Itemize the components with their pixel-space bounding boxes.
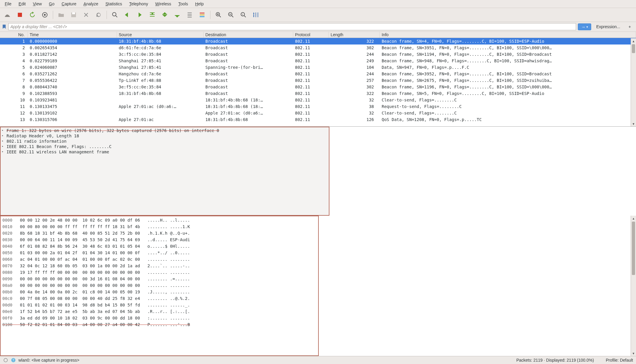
caret-right-icon[interactable]: ▸ <box>2 150 4 153</box>
packet-row[interactable]: 90.10238859318:31:bf:4b:8b:68Broadcast80… <box>0 90 636 97</box>
menu-go[interactable]: Go <box>45 1 58 7</box>
packet-row[interactable]: 70.055536422Tp-LinkT_ef:48:88Broadcast80… <box>0 77 636 84</box>
column-header-destination[interactable]: Destination <box>204 32 293 38</box>
hex-scrollbar[interactable]: ▲ ▼ <box>631 216 636 356</box>
options-icon[interactable] <box>40 10 50 20</box>
hex-row[interactable]: 0090 00 00 00 00 00 00 00 00 00 3d 16 01… <box>2 276 316 282</box>
packet-row[interactable]: 30.0118271423c:f5:cc:0e:35:84Broadcast80… <box>0 51 636 58</box>
column-header-length[interactable]: Length <box>329 32 380 38</box>
caret-right-icon[interactable]: ▸ <box>2 144 4 148</box>
hex-row[interactable]: 0000 00 00 12 00 2e 48 00 00 10 02 6c 09… <box>2 217 316 223</box>
scroll-up-icon[interactable]: ▲ <box>631 216 636 221</box>
packet-row[interactable]: 130.130315706Apple_27:01:ac18:31:bf:4b:8… <box>0 116 636 123</box>
column-header-info[interactable]: Info <box>380 32 636 38</box>
menu-telephony[interactable]: Telephony <box>126 1 152 7</box>
find-icon[interactable] <box>110 10 120 20</box>
auto-scroll-icon[interactable] <box>185 10 195 20</box>
cell-info: Clear-to-send, Flags=........C <box>380 98 636 102</box>
resize-columns-icon[interactable] <box>251 10 261 20</box>
detail-tree-item[interactable]: ▸802.11 radio information <box>1 139 329 144</box>
bookmark-filter-icon[interactable] <box>2 24 7 29</box>
packet-list-body[interactable]: 10.00000000018:31:bf:4b:8b:68Broadcast80… <box>0 38 636 123</box>
packet-row[interactable]: 60.035271262Hangzhou_cd:7a:6eBroadcast80… <box>0 71 636 77</box>
hex-row[interactable]: 0070 32 04 0c 12 18 60 0b 05 03 00 1a 00… <box>2 263 316 269</box>
cell-protocol: 802.11 <box>293 65 329 70</box>
menu-view[interactable]: View <box>29 1 45 7</box>
hex-row[interactable]: 00d0 01 01 01 02 01 00 03 14 98 d8 bd b4… <box>2 302 316 308</box>
go-back-icon[interactable] <box>122 10 132 20</box>
open-file-icon[interactable] <box>56 10 66 20</box>
restart-capture-icon[interactable] <box>27 10 37 20</box>
hex-row[interactable]: 0050 01 03 00 00 2a 01 04 2f 01 04 30 14… <box>2 249 316 256</box>
go-to-packet-icon[interactable] <box>147 10 157 20</box>
scroll-thumb[interactable] <box>632 222 635 275</box>
scroll-down-icon[interactable]: ▼ <box>631 121 636 126</box>
zoom-reset-icon[interactable]: 1 <box>238 10 248 20</box>
packet-row[interactable]: 120.130139102Apple_27:01:ac (d0:a6:…802.… <box>0 110 636 116</box>
menu-help[interactable]: Help <box>191 1 207 7</box>
add-filter-button[interactable]: + <box>625 23 634 30</box>
hex-row[interactable]: 00f0 3a ed dd 09 00 10 18 02 03 00 9c 00… <box>2 315 316 321</box>
go-first-icon[interactable] <box>160 10 170 20</box>
packet-row[interactable]: 80.0804437403e:f5:cc:0e:35:84Broadcast80… <box>0 84 636 90</box>
menu-capture[interactable]: Capture <box>58 1 80 7</box>
column-header-time[interactable]: Time <box>28 32 117 38</box>
save-file-icon[interactable] <box>69 10 79 20</box>
menu-analyze[interactable]: Analyze <box>80 1 102 7</box>
scroll-thumb[interactable] <box>632 44 635 53</box>
menu-wireless[interactable]: Wireless <box>152 1 175 7</box>
status-profile-label[interactable]: Profile: Default <box>606 358 633 363</box>
hex-offset: 0040 <box>2 244 12 249</box>
zoom-out-icon[interactable] <box>226 10 236 20</box>
hex-row[interactable]: 00b0 00 4a 0e 14 00 0a 00 2c 01 c8 00 14… <box>2 289 316 295</box>
hex-row[interactable]: 0080 19 17 ff ff ff 00 00 00 00 00 00 00… <box>2 269 316 276</box>
apply-filter-button[interactable]: → ▾ <box>578 23 591 30</box>
stop-capture-icon[interactable] <box>15 10 25 20</box>
packet-row[interactable]: 10.00000000018:31:bf:4b:8b:68Broadcast80… <box>0 38 636 44</box>
detail-tree-item[interactable]: ▸IEEE 802.11 wireless LAN management fra… <box>1 149 329 155</box>
hex-row[interactable]: 0020 8b 68 18 31 bf 4b 8b 68 40 00 85 51… <box>2 230 316 236</box>
expression-button[interactable]: Expression... <box>593 23 624 30</box>
shark-fin-icon[interactable] <box>2 10 12 20</box>
close-file-icon[interactable] <box>81 10 91 20</box>
caret-right-icon[interactable]: ▸ <box>2 128 4 132</box>
menu-tools[interactable]: Tools <box>175 1 192 7</box>
hex-row[interactable]: 0030 00 00 64 00 11 14 00 09 45 53 50 2d… <box>2 236 316 243</box>
colorize-icon[interactable] <box>197 10 207 20</box>
go-last-icon[interactable] <box>172 10 182 20</box>
packet-row[interactable]: 40.022799189Shanghai_27:85:41Broadcast80… <box>0 58 636 64</box>
packet-row[interactable]: 50.024060087Shanghai_27:85:41Spanning-tr… <box>0 64 636 71</box>
hex-row[interactable]: 00e0 1f 52 b4 b5 b7 72 ae e5 5b ab 3a ed… <box>2 308 316 315</box>
hex-row[interactable]: 0010 00 00 80 00 00 00 ff ff ff ff ff ff… <box>2 223 316 230</box>
column-header-no[interactable]: No. <box>0 32 28 38</box>
packet-row[interactable]: 20.002654354d6:61:fe:cd:7a:6eBroadcast80… <box>0 44 636 51</box>
go-forward-icon[interactable] <box>135 10 145 20</box>
hex-row[interactable]: 0060 ac 04 01 00 00 0f ac 04 01 00 00 0f… <box>2 256 316 263</box>
expert-info-icon[interactable]: ? <box>11 357 16 363</box>
zoom-in-icon[interactable] <box>213 10 223 20</box>
hex-row[interactable]: 00c0 00 7f 08 05 00 08 00 00 00 00 40 dd… <box>2 295 316 302</box>
detail-tree-item[interactable]: ▸IEEE 802.11 Beacon frame, Flags: ......… <box>1 144 329 149</box>
reload-icon[interactable] <box>93 10 104 20</box>
cell-length: 257 <box>329 78 380 83</box>
hex-row[interactable]: 0100 50 f2 02 01 01 84 00 03 a4 00 00 27… <box>2 321 316 328</box>
packet-list-scrollbar[interactable]: ▲ ▼ <box>631 38 636 126</box>
packet-row[interactable]: 110.130133475Apple_27:01:ac (d0:a6:…18:3… <box>0 103 636 110</box>
hex-row[interactable]: 0040 6f 01 08 82 84 8b 96 24 30 48 6c 03… <box>2 243 316 249</box>
scroll-up-icon[interactable]: ▲ <box>631 38 636 44</box>
caret-right-icon[interactable]: ▸ <box>2 139 4 142</box>
packet-details-pane[interactable]: ▸Frame 1: 322 bytes on wire (2576 bits),… <box>0 127 329 216</box>
scroll-down-icon[interactable]: ▼ <box>631 351 636 356</box>
packet-row[interactable]: 100.10392348118:31:bf:4b:8b:68 (18:…802.… <box>0 97 636 103</box>
packet-bytes-pane[interactable]: 0000 00 00 12 00 2e 48 00 00 10 02 6c 09… <box>0 216 319 356</box>
caret-right-icon[interactable]: ▸ <box>2 134 4 137</box>
menu-statistics[interactable]: Statistics <box>102 1 126 7</box>
hex-row[interactable]: 00a0 00 00 00 00 00 00 00 00 00 00 00 00… <box>2 282 316 289</box>
detail-tree-item[interactable]: ▸Frame 1: 322 bytes on wire (2576 bits),… <box>1 128 329 133</box>
display-filter-input[interactable] <box>8 23 576 30</box>
detail-tree-item[interactable]: ▸Radiotap Header v0, Length 18 <box>1 133 329 139</box>
column-header-protocol[interactable]: Protocol <box>293 32 329 38</box>
menu-file[interactable]: File <box>1 1 15 7</box>
column-header-source[interactable]: Source <box>117 32 204 38</box>
menu-edit[interactable]: Edit <box>15 1 29 7</box>
